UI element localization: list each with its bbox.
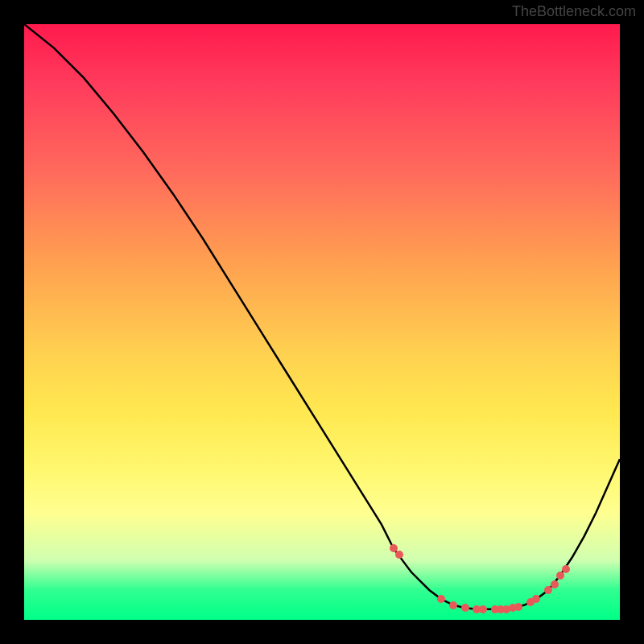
- curve-svg: [24, 24, 620, 620]
- data-marker: [562, 565, 570, 573]
- data-marker: [437, 595, 445, 603]
- plot-area: [24, 24, 620, 620]
- data-marker: [514, 603, 522, 611]
- data-marker: [449, 601, 457, 609]
- watermark-text: TheBottleneck.com: [512, 3, 636, 20]
- data-marker: [479, 605, 487, 613]
- data-marker: [395, 551, 403, 559]
- bottleneck-curve: [24, 24, 620, 609]
- data-marker: [532, 595, 540, 603]
- data-marker: [551, 580, 559, 588]
- data-marker: [461, 604, 469, 612]
